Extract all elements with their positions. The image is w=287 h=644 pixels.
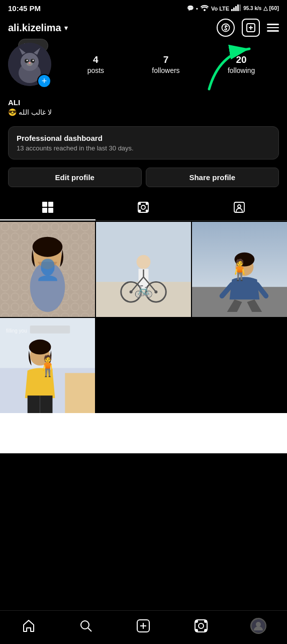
photo-grid xyxy=(0,222,287,413)
svg-rect-23 xyxy=(48,202,53,207)
followers-count: 7 xyxy=(163,54,169,65)
network-text: Vo LTE xyxy=(211,6,229,12)
svg-point-19 xyxy=(33,60,34,61)
svg-rect-2 xyxy=(233,8,235,11)
svg-point-39 xyxy=(33,237,63,257)
wifi-icon xyxy=(200,5,209,12)
tabs-row xyxy=(0,195,287,221)
svg-rect-59 xyxy=(65,373,95,413)
posts-label: posts xyxy=(87,66,104,74)
svg-line-66 xyxy=(88,628,91,631)
svg-point-31 xyxy=(146,210,148,212)
svg-point-75 xyxy=(205,629,207,631)
tab-grid[interactable] xyxy=(0,195,95,220)
profile-section: Note... xyxy=(0,43,287,98)
edit-profile-button[interactable]: Edit profile xyxy=(8,168,142,187)
menu-button[interactable] xyxy=(267,24,279,32)
threads-button[interactable] xyxy=(217,19,235,37)
svg-point-71 xyxy=(199,623,204,628)
svg-point-21 xyxy=(29,62,31,64)
professional-dashboard[interactable]: Professional dashboard 13 accounts reach… xyxy=(8,126,279,159)
profile-top: Note... xyxy=(8,43,279,86)
username-text: ali.kizelima xyxy=(8,22,61,34)
svg-rect-60 xyxy=(30,326,70,334)
dashboard-title: Professional dashboard xyxy=(17,134,270,142)
svg-point-18 xyxy=(27,60,28,61)
status-bar: 10:45 PM 💬 • Vo LTE 95.3 k/s △ [60] xyxy=(0,0,287,15)
tab-reels[interactable] xyxy=(95,195,191,220)
following-count: 20 xyxy=(236,54,247,65)
svg-rect-1 xyxy=(231,9,233,11)
status-icons: 💬 • Vo LTE 95.3 k/s △ [60] xyxy=(187,5,279,12)
svg-rect-22 xyxy=(42,202,47,207)
battery-icon: △ [60] xyxy=(263,5,279,12)
signal-bars xyxy=(231,5,241,12)
svg-point-77 xyxy=(256,622,261,627)
bio-section: ALI 😎 لا غالب الله xyxy=(0,98,287,122)
followers-label: followers xyxy=(152,66,179,74)
svg-rect-5 xyxy=(239,5,241,11)
svg-point-65 xyxy=(81,621,89,629)
action-buttons: Edit profile Share profile xyxy=(0,166,287,195)
svg-rect-63 xyxy=(40,395,53,413)
new-post-button[interactable] xyxy=(242,19,260,37)
svg-point-38 xyxy=(30,262,65,312)
speed-text: 95.3 k/s xyxy=(243,6,261,11)
posts-stat[interactable]: 4 posts xyxy=(87,54,104,74)
nav-profile-avatar xyxy=(250,618,266,634)
chevron-down-icon[interactable]: ▾ xyxy=(64,24,68,32)
svg-point-72 xyxy=(196,620,198,622)
nav-search[interactable] xyxy=(73,616,99,636)
stats-container: 4 posts 7 followers 20 following xyxy=(63,54,279,74)
add-story-button[interactable]: + xyxy=(37,74,51,88)
svg-rect-32 xyxy=(234,202,244,212)
svg-point-73 xyxy=(205,620,207,622)
following-label: following xyxy=(228,66,255,74)
svg-rect-62 xyxy=(28,395,40,413)
svg-point-30 xyxy=(139,210,141,212)
bio-name: ALI xyxy=(8,98,279,107)
avatar-container: Note... xyxy=(8,43,63,86)
svg-rect-4 xyxy=(237,5,239,11)
photo-cell-1[interactable] xyxy=(0,222,95,317)
followers-stat[interactable]: 7 followers xyxy=(152,54,179,74)
svg-point-28 xyxy=(139,203,141,205)
bio-text: 😎 لا غالب الله xyxy=(8,108,279,116)
whatsapp-icon: 💬 xyxy=(187,5,194,12)
svg-point-29 xyxy=(146,203,148,205)
nav-reels[interactable] xyxy=(188,616,214,636)
header-icons xyxy=(217,19,279,37)
svg-rect-25 xyxy=(48,208,53,213)
svg-rect-24 xyxy=(42,208,47,213)
svg-point-42 xyxy=(137,255,151,269)
following-stat[interactable]: 20 following xyxy=(228,54,255,74)
white-section xyxy=(0,413,287,453)
photo-cell-3[interactable] xyxy=(192,222,287,317)
tab-tagged[interactable] xyxy=(192,195,287,220)
nav-add[interactable] xyxy=(131,616,156,636)
nav-profile[interactable] xyxy=(246,616,271,636)
status-time: 10:45 PM xyxy=(8,4,41,13)
bottom-nav xyxy=(0,610,287,644)
share-profile-button[interactable]: Share profile xyxy=(146,168,279,187)
dashboard-subtitle: 13 accounts reached in the last 30 days. xyxy=(17,144,270,152)
photo-cell-4[interactable] xyxy=(0,318,95,413)
svg-point-27 xyxy=(141,205,145,209)
nav-home[interactable] xyxy=(16,616,41,636)
svg-rect-3 xyxy=(235,6,237,11)
svg-point-33 xyxy=(238,205,241,208)
svg-point-0 xyxy=(204,9,206,11)
svg-point-53 xyxy=(236,258,254,276)
svg-point-56 xyxy=(235,253,255,267)
svg-point-74 xyxy=(196,629,198,631)
svg-rect-41 xyxy=(96,282,191,317)
posts-count: 4 xyxy=(93,54,99,65)
username-row[interactable]: ali.kizelima ▾ xyxy=(8,22,68,34)
dot-indicator: • xyxy=(196,6,198,12)
photo-cell-2[interactable] xyxy=(96,222,191,317)
svg-point-64 xyxy=(29,340,51,355)
